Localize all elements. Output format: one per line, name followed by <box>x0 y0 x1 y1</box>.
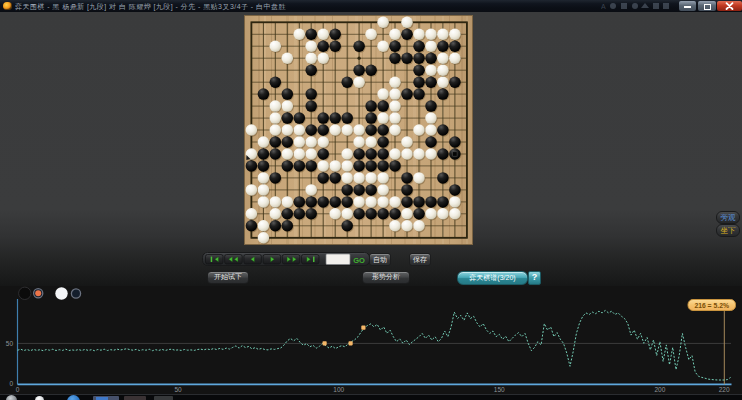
svg-text:150: 150 <box>494 386 505 393</box>
svg-text:0: 0 <box>9 380 13 387</box>
svg-text:A: A <box>601 3 606 10</box>
svg-text:0: 0 <box>16 386 20 393</box>
svg-text:216 = 5.2%: 216 = 5.2% <box>694 302 729 309</box>
svg-text:200: 200 <box>654 386 665 393</box>
svg-text:100: 100 <box>333 386 344 393</box>
svg-text:220: 220 <box>719 386 730 393</box>
svg-text:GO: GO <box>353 256 365 265</box>
svg-text:50: 50 <box>174 386 182 393</box>
svg-text:50: 50 <box>6 340 14 347</box>
